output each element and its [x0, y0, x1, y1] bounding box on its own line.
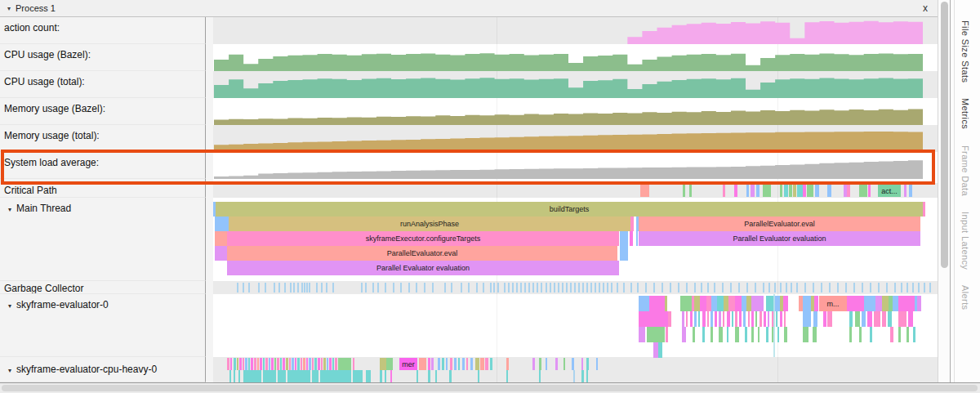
expand-arrow-icon[interactable]: ▾ [8, 302, 11, 310]
trace-slice[interactable] [639, 296, 649, 311]
trace-slice[interactable] [768, 311, 769, 327]
trace-slice[interactable] [386, 358, 393, 370]
trace-slice[interactable] [475, 358, 479, 370]
trace-slice[interactable] [572, 358, 574, 370]
trace-slice[interactable] [710, 327, 713, 342]
trace-slice[interactable] [257, 358, 259, 370]
trace-slice[interactable] [864, 296, 875, 311]
trace-slice[interactable] [215, 231, 227, 246]
trace-slice[interactable] [428, 358, 430, 370]
trace-slice[interactable] [766, 296, 773, 311]
trace-slice[interactable] [882, 311, 886, 327]
trace-slice[interactable] [827, 185, 831, 197]
trace-slice-chip[interactable]: act... [878, 185, 901, 197]
trace-slice[interactable] [586, 358, 589, 370]
trace-slice[interactable] [416, 370, 418, 382]
trace-slice[interactable] [702, 311, 706, 327]
trace-slice[interactable] [454, 358, 457, 370]
trace-slice[interactable] [702, 327, 705, 342]
trace-slice[interactable] [823, 311, 826, 327]
trace-slice[interactable] [847, 296, 864, 311]
trace-slice[interactable] [295, 358, 296, 370]
trace-slice[interactable] [581, 370, 584, 382]
trace-slice[interactable] [849, 311, 853, 327]
trace-slice[interactable] [763, 185, 771, 197]
counter-chart-mem-bazel[interactable] [214, 100, 923, 125]
sidebar-tab-metrics[interactable]: Metrics [960, 98, 970, 129]
trace-slice[interactable] [723, 185, 725, 197]
trace-slice[interactable] [327, 358, 328, 370]
trace-slice[interactable] [286, 358, 288, 370]
trace-slice[interactable] [506, 370, 508, 382]
trace-slice[interactable] [314, 358, 317, 370]
trace-slice[interactable] [380, 370, 382, 382]
trace-slice[interactable] [297, 358, 300, 370]
sidebar-tab-input-latency[interactable]: Input Latency [960, 212, 970, 270]
trace-slice[interactable] [630, 231, 633, 246]
trace-slice[interactable] [239, 358, 242, 370]
trace-slice[interactable] [693, 327, 695, 342]
trace-slice[interactable] [230, 358, 232, 370]
track-label-sys-load[interactable]: System load average: [0, 152, 206, 179]
track-label-gc[interactable]: Garbage Collector [0, 281, 206, 294]
track-label-critical-path[interactable]: Critical Path [0, 183, 206, 198]
sidebar-tab-file-size-stats[interactable]: File Size Stats [960, 20, 970, 83]
trace-slice[interactable] [312, 370, 318, 382]
track-label-skyframe-evaluator-0[interactable]: ▾skyframe-evaluator-0 [0, 294, 206, 357]
trace-slice[interactable] [893, 296, 898, 311]
trace-slice[interactable] [243, 370, 261, 382]
trace-slice[interactable] [682, 311, 684, 327]
trace-slice-chip[interactable]: Parallel Evaluator evaluation [227, 261, 619, 275]
trace-slice[interactable] [490, 358, 492, 370]
trace-slice[interactable] [251, 358, 253, 370]
trace-slice[interactable] [739, 311, 742, 327]
trace-slice[interactable] [868, 185, 871, 197]
trace-slice[interactable] [748, 311, 750, 327]
trace-slice[interactable] [898, 296, 915, 311]
trace-slice[interactable] [784, 311, 786, 327]
trace-slice[interactable] [390, 370, 392, 382]
trace-slice[interactable] [847, 185, 850, 197]
trace-slice[interactable] [715, 311, 717, 327]
trace-slice[interactable] [751, 185, 755, 197]
trace-slice[interactable] [793, 185, 796, 197]
track-label-mem-total[interactable]: Memory usage (total): [0, 125, 206, 152]
trace-slice[interactable] [683, 185, 685, 197]
trace-slice[interactable] [546, 358, 547, 370]
counter-chart-cpu-bazel[interactable] [214, 47, 923, 71]
trace-slice[interactable] [658, 342, 662, 358]
sidebar-tab-frame-data[interactable]: Frame Data [960, 145, 970, 196]
trace-slice[interactable] [780, 185, 782, 197]
trace-slice[interactable] [732, 311, 733, 327]
trace-slice[interactable] [303, 358, 305, 370]
trace-slice[interactable] [215, 246, 227, 261]
trace-slice[interactable] [717, 296, 724, 311]
trace-slice[interactable] [783, 296, 788, 311]
trace-slice[interactable] [227, 358, 229, 370]
trace-slice[interactable] [867, 311, 872, 327]
trace-slice[interactable] [735, 296, 742, 311]
trace-slice[interactable] [882, 296, 889, 311]
trace-slice[interactable] [686, 311, 688, 327]
trace-slice[interactable] [338, 358, 351, 370]
trace-slice[interactable] [271, 358, 274, 370]
trace-slice[interactable] [586, 370, 588, 382]
trace-slice[interactable] [698, 311, 700, 327]
trace-slice-chip[interactable]: runAnalysisPhase [229, 217, 630, 231]
trace-slice[interactable] [254, 358, 256, 370]
trace-slice[interactable] [859, 327, 862, 342]
track-label-cpu-total[interactable]: CPU usage (total): [0, 71, 206, 98]
trace-slice[interactable] [287, 370, 310, 382]
trace-slice[interactable] [353, 358, 354, 370]
trace-slice[interactable] [620, 231, 628, 246]
trace-slice[interactable] [746, 185, 749, 197]
trace-slice[interactable] [789, 185, 792, 197]
trace-slice[interactable] [875, 296, 882, 311]
trace-slice[interactable] [745, 327, 747, 342]
trace-slice[interactable] [301, 358, 302, 370]
track-label-action-count[interactable]: action count: [0, 17, 206, 44]
trace-slice[interactable] [784, 185, 788, 197]
trace-slice[interactable] [694, 296, 700, 311]
trace-slice[interactable] [480, 358, 484, 370]
trace-slice[interactable] [366, 370, 371, 382]
